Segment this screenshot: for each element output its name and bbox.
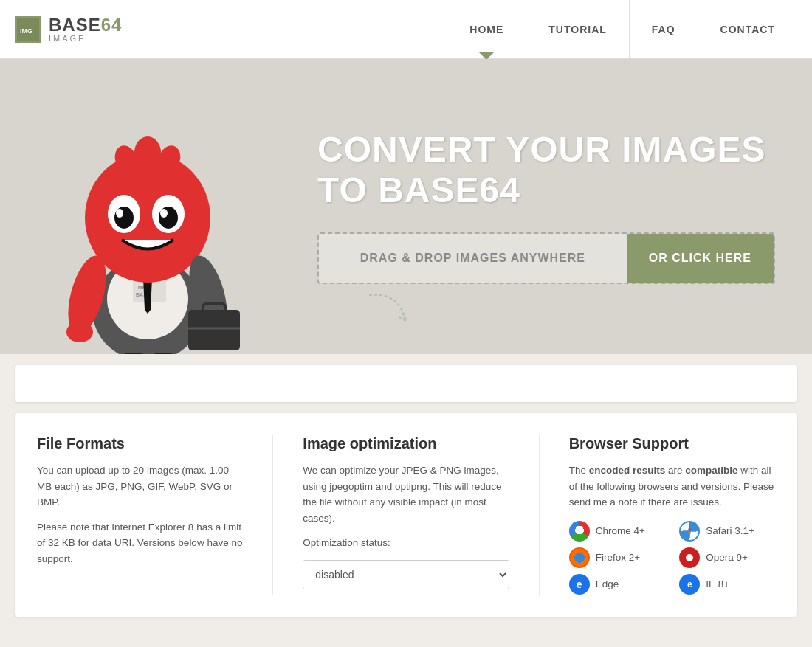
hero-section: MR BASE — [0, 59, 812, 354]
edge-icon: e — [569, 574, 590, 595]
svg-point-20 — [66, 322, 93, 342]
browser-edge: e Edge — [569, 574, 665, 595]
output-bar — [15, 365, 797, 402]
svg-rect-21 — [188, 310, 240, 350]
opera-icon — [679, 547, 700, 568]
image-optimization-col: Image optimization We can optimize your … — [303, 435, 509, 595]
file-formats-heading: File Formats — [37, 435, 243, 452]
browser-support-heading: Browser Support — [569, 435, 775, 452]
click-here-button[interactable]: OR CLICK HERE — [627, 234, 774, 283]
firefox-icon — [569, 547, 590, 568]
chrome-label: Chrome 4+ — [596, 525, 645, 536]
optimization-status-label: Optimization status: — [303, 535, 509, 551]
main-nav: HOME TUTORIAL FAQ CONTACT — [447, 0, 797, 58]
svg-point-13 — [116, 209, 123, 218]
nav-home[interactable]: HOME — [447, 0, 526, 58]
nav-faq[interactable]: FAQ — [629, 0, 698, 58]
dropzone[interactable]: DRAG & DROP IMAGES ANYWHERE OR CLICK HER… — [317, 232, 775, 284]
svg-marker-31 — [688, 525, 691, 531]
ie-label: IE 8+ — [706, 578, 729, 589]
svg-text:IMG: IMG — [20, 27, 32, 35]
nav-contact[interactable]: CONTACT — [698, 0, 797, 58]
ie-icon: e — [679, 574, 700, 595]
safari-label: Safari 3.1+ — [706, 525, 754, 536]
browser-opera: Opera 9+ — [679, 547, 775, 568]
logo-icon: IMG — [15, 16, 41, 43]
image-optimization-para: We can optimize your JPEG & PNG images, … — [303, 463, 509, 526]
edge-label: Edge — [596, 578, 619, 589]
hero-content: CONVERT YOUR IMAGES TO BASE64 DRAG & DRO… — [317, 100, 812, 314]
browser-chrome: Chrome 4+ — [569, 521, 665, 542]
jpegoptim-link[interactable]: jpegoptim — [329, 481, 373, 492]
divider-1 — [272, 435, 273, 595]
logo-brand: BASE64 — [49, 16, 122, 34]
divider-2 — [539, 435, 540, 595]
logo-text: BASE64 IMAGE — [49, 16, 122, 43]
site-footer: © 2020 Dominik Hanke - Browser Icons by … — [0, 632, 812, 647]
browser-support-desc: The encoded results are compatible with … — [569, 463, 775, 511]
arrow-decoration — [362, 288, 421, 332]
logo: IMG BASE64 IMAGE — [15, 16, 122, 43]
optimization-select[interactable]: disabled enabled — [303, 560, 509, 589]
file-formats-col: File Formats You can upload up to 20 ima… — [37, 435, 243, 595]
svg-point-15 — [134, 136, 161, 169]
safari-icon — [679, 521, 700, 542]
browser-safari: Safari 3.1+ — [679, 521, 775, 542]
browser-support-col: Browser Support The encoded results are … — [569, 435, 775, 595]
file-formats-para2: Please note that Internet Explorer 8 has… — [37, 519, 243, 567]
optipng-link[interactable]: optipng — [395, 481, 427, 492]
info-section: File Formats You can upload up to 20 ima… — [15, 413, 797, 617]
browser-grid: Chrome 4+ Safari 3.1+ Firefox 2+ Oper — [569, 521, 775, 595]
hero-title: CONVERT YOUR IMAGES TO BASE64 — [317, 129, 782, 210]
site-header: IMG BASE64 IMAGE HOME TUTORIAL FAQ CONTA… — [0, 0, 812, 59]
chrome-icon — [569, 521, 590, 542]
firefox-label: Firefox 2+ — [596, 552, 640, 563]
svg-marker-32 — [688, 531, 691, 537]
data-uri-link[interactable]: data URI — [92, 537, 131, 548]
image-optimization-heading: Image optimization — [303, 435, 509, 452]
logo-subtitle: IMAGE — [49, 34, 122, 43]
browser-firefox: Firefox 2+ — [569, 547, 665, 568]
opera-label: Opera 9+ — [706, 552, 748, 563]
browser-ie: e IE 8+ — [679, 574, 775, 595]
svg-point-14 — [160, 209, 168, 218]
file-formats-para1: You can upload up to 20 images (max. 1.0… — [37, 463, 243, 511]
mascot: MR BASE — [44, 81, 251, 354]
nav-tutorial[interactable]: TUTORIAL — [526, 0, 629, 58]
drag-drop-label: DRAG & DROP IMAGES ANYWHERE — [319, 234, 627, 283]
